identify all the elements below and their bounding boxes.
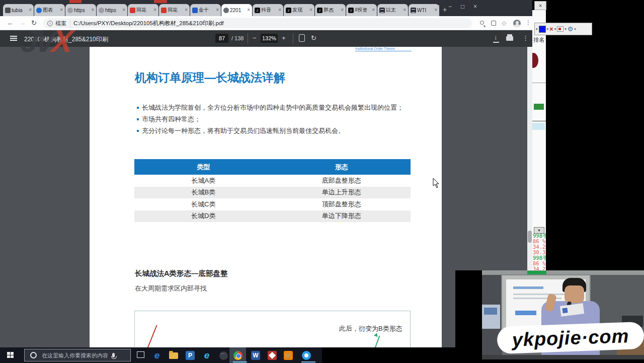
- caret-icon[interactable]: ▾: [547, 27, 549, 31]
- page-total-label: / 138: [231, 35, 244, 41]
- taskbar-word-icon[interactable]: W: [250, 349, 262, 361]
- window-maximize-button[interactable]: □: [461, 3, 464, 10]
- tab-douyin-2[interactable]: ♪发现×: [284, 4, 314, 16]
- tab-close-icon[interactable]: ×: [403, 8, 406, 13]
- tab-chart-site[interactable]: 图表×: [34, 4, 65, 16]
- jin10-favicon: [192, 8, 198, 13]
- tab-tonghuashun-2[interactable]: 同花×: [159, 4, 190, 16]
- taskbar-p-app-icon[interactable]: P: [184, 349, 196, 361]
- taskbar-file-explorer-icon[interactable]: [168, 349, 180, 361]
- doc-chart-figure: 此后，衍变为B类形态: [134, 311, 411, 347]
- pdf-page: Institutional Order Theory 机构订单原理—长城战法详解…: [90, 47, 442, 347]
- browser-menu-kebab-icon[interactable]: ⋮: [525, 19, 531, 26]
- taskbar-search-box[interactable]: [24, 349, 131, 361]
- mic-icon[interactable]: [112, 353, 115, 357]
- table-header-row: 类型 形态: [134, 159, 411, 175]
- tab-close-icon[interactable]: ×: [247, 8, 250, 13]
- back-button[interactable]: ←: [7, 19, 14, 27]
- tab-close-icon[interactable]: ×: [60, 8, 63, 13]
- tab-close-icon[interactable]: ×: [153, 8, 156, 13]
- taskbar-red-app-icon[interactable]: [266, 349, 278, 361]
- caret-icon[interactable]: ▾: [554, 27, 556, 31]
- window-close-button[interactable]: ×: [473, 3, 477, 10]
- fit-page-button[interactable]: [299, 34, 305, 42]
- zoom-out-button[interactable]: −: [253, 34, 257, 42]
- caret-icon[interactable]: ▾: [536, 27, 538, 31]
- pen-color-button[interactable]: [539, 26, 546, 33]
- cortana-icon: [30, 352, 37, 358]
- new-tab-button[interactable]: +: [443, 4, 447, 16]
- taskbar-chat-app-icon[interactable]: [217, 349, 229, 361]
- chart-green-arrow: [375, 335, 380, 347]
- print-icon[interactable]: [506, 36, 513, 41]
- pie-chart-fragment: [532, 53, 538, 68]
- taskbar-edge-icon[interactable]: e: [151, 349, 163, 361]
- download-icon[interactable]: ↓: [494, 33, 498, 41]
- pdf-favicon: [223, 8, 229, 13]
- site-favicon: [36, 8, 42, 13]
- background-app-sliver: 排名 ▼ 998手 86 % 34.25 30.35 998手 86 % 34.…: [532, 10, 546, 270]
- zoom-level-input[interactable]: 132%: [261, 34, 278, 43]
- tab-close-icon[interactable]: ×: [278, 8, 281, 13]
- tab-close-icon[interactable]: ×: [309, 8, 312, 13]
- window-minimize-button[interactable]: −: [448, 3, 452, 10]
- table-row: 长城D类单边下降形态: [134, 210, 411, 223]
- profile-avatar[interactable]: [513, 20, 521, 27]
- screen: tubia× 图表× https× https× 同花× 同花× 金十× 220…: [0, 0, 644, 363]
- tab-douyin-3[interactable]: ♪胖杰×: [315, 4, 346, 16]
- tab-tonghuashun-1[interactable]: 同花×: [128, 4, 158, 16]
- taskbar-search-input[interactable]: [41, 352, 111, 359]
- zoom-level-icon[interactable]: [480, 21, 484, 25]
- address-bar[interactable]: i 檔案 C:/Users/PXY/Desktop/220105机构教材_285…: [43, 18, 472, 28]
- tab-https-1[interactable]: https×: [65, 4, 96, 16]
- caret-icon[interactable]: ▾: [574, 27, 576, 31]
- tab-close-icon[interactable]: ×: [91, 8, 94, 13]
- tab-close-icon[interactable]: ×: [122, 8, 125, 13]
- quote-row: 30.35: [533, 249, 546, 255]
- pdf-menu-icon[interactable]: [10, 36, 17, 37]
- snapshot-button[interactable]: [557, 26, 564, 32]
- tab-https-2[interactable]: https×: [97, 4, 127, 16]
- task-view-button[interactable]: [137, 351, 144, 358]
- tab-douyin-1[interactable]: ♪抖音×: [253, 4, 283, 16]
- window-menu-caret[interactable]: ∨: [436, 3, 440, 10]
- taskbar-internet-explorer-icon[interactable]: e: [201, 349, 213, 361]
- share-icon[interactable]: [491, 21, 496, 26]
- pdf-menu-kebab-icon[interactable]: ⋮: [522, 34, 529, 42]
- tab-close-icon[interactable]: ×: [29, 8, 32, 13]
- rotate-button[interactable]: ↻: [311, 34, 316, 42]
- taskbar-shop-app-icon[interactable]: 🛒: [282, 349, 294, 361]
- eraser-button[interactable]: ×: [549, 25, 553, 33]
- quote-row: 86 %: [533, 238, 546, 244]
- blue-panel-fragment: [532, 123, 545, 130]
- quote-row: 86 %: [533, 260, 546, 266]
- gear-icon[interactable]: ⚙: [568, 25, 574, 33]
- page-number-input[interactable]: 87: [215, 34, 228, 43]
- pdf-scrollbar-thumb[interactable]: [528, 231, 532, 243]
- address-url: C:/Users/PXY/Desktop/220105机构教材_285&210印…: [73, 20, 224, 27]
- bookmark-star-icon[interactable]: ☆: [501, 20, 507, 27]
- tab-close-icon[interactable]: ×: [341, 8, 344, 13]
- taskbar-blue-app-icon[interactable]: [300, 349, 312, 361]
- red-fragment: [154, 0, 167, 3]
- doc-table: 类型 形态 长城A类底部盘整形态 长城B类单边上升形态 长城C类顶部盘整形态 长…: [134, 159, 411, 222]
- background-window-close-button[interactable]: ×: [534, 1, 546, 10]
- tab-investing-2[interactable]: WTI×: [409, 4, 439, 16]
- mouse-cursor: [433, 178, 440, 188]
- tab-close-icon[interactable]: ×: [372, 8, 375, 13]
- tab-close-icon[interactable]: ×: [216, 8, 219, 13]
- taskbar-chrome-icon[interactable]: [232, 349, 244, 361]
- tab-tubia[interactable]: tubia×: [3, 4, 34, 16]
- globe-icon: [99, 8, 104, 13]
- caret-icon[interactable]: ▾: [565, 27, 567, 31]
- doc-bullet: 充分讨论每一种形态，将有助于交易员们迅速甄别当前最佳交易机会。: [142, 127, 345, 134]
- jvx-logo-watermark: JVX: [19, 23, 71, 59]
- tab-close-icon[interactable]: ×: [185, 8, 188, 13]
- start-button[interactable]: [7, 352, 14, 358]
- tab-jin10[interactable]: 金十×: [190, 4, 221, 16]
- tab-pdf-active[interactable]: 2201×: [221, 4, 252, 16]
- tab-investing-1[interactable]: 以太×: [377, 4, 408, 16]
- zoom-in-button[interactable]: +: [282, 34, 286, 42]
- tab-douyin-4[interactable]: ♪#投资×: [346, 4, 377, 16]
- site-watermark: ykpojie·com: [497, 322, 644, 354]
